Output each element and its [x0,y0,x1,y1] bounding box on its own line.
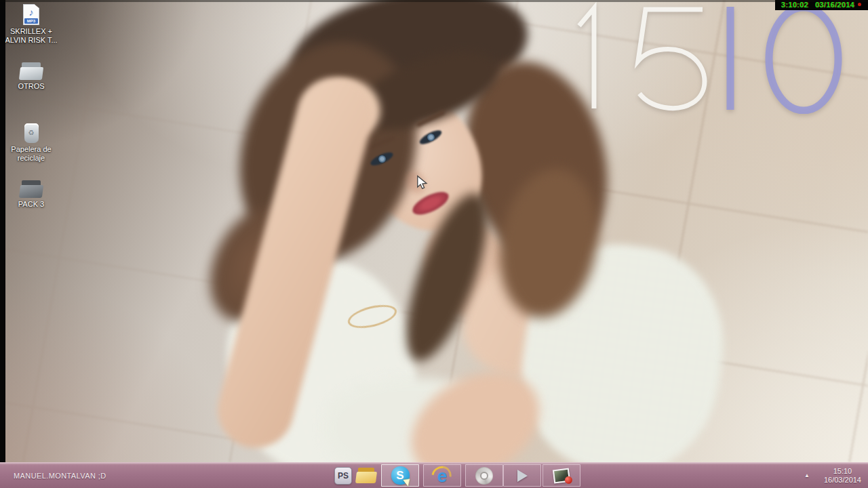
desktop-icon-otros[interactable]: OTROS [3,62,60,91]
desktop-icon-label: PACK 3 [3,200,60,209]
play-icon [517,470,528,482]
clock-digit-hour-1 [579,8,594,108]
desktop-screen: 3:10:02 03/16/2014 ♪ MP3 SKRILLEX + ALVI… [0,0,868,488]
red-ball-icon [564,476,572,484]
desktop-icon-pack3[interactable]: PACK 3 [3,180,60,209]
clock-digit-minute-0 [769,7,838,110]
recycle-bin-icon: ♻ [24,123,39,143]
desktop-icon-label: OTROS [3,82,60,91]
folder-front [19,185,43,198]
file-explorer-icon [356,468,376,483]
folder-front [355,472,377,483]
recycle-symbol-icon: ♻ [24,129,39,136]
label-line-1: Papelera de [3,145,60,154]
mouse-cursor [416,175,430,190]
recorder-indicator-dot [858,3,861,6]
chrome-hub-icon [480,472,488,480]
taskbar-button-media-player[interactable] [503,464,541,487]
taskbar-button-file-explorer[interactable] [355,464,377,487]
clock-digit-hour-5 [638,9,705,108]
taskbar-button-internet-explorer[interactable]: e [423,464,461,487]
label-line-1: OTROS [3,82,60,91]
skype-cursor-overlay-icon [403,476,412,487]
taskbar-button-photoshop[interactable]: PS [332,464,354,487]
folder-front [19,67,43,80]
chrome-icon [475,467,493,485]
ie-ring-icon [428,462,456,488]
photo-viewer-icon [553,468,570,483]
mp3-file-icon: ♪ MP3 [23,4,39,25]
desktop-icon-label: Papelera de reciclaje [3,145,60,163]
tray-clock[interactable]: 15:10 16/03/2014 [821,463,864,488]
skype-icon: S [391,466,410,485]
desktop-icon-skrillex-mp3[interactable]: ♪ MP3 SKRILLEX + ALVIN RISK T... [3,4,60,45]
internet-explorer-icon: e [432,466,452,486]
tray-show-hidden-icons-button[interactable]: ▲ [804,463,810,488]
music-note-icon: ♪ [23,7,39,18]
video-letterbox-top [0,0,868,2]
folder-icon [20,180,43,198]
desktop-icon-label: SKRILLEX + ALVIN RISK T... [3,27,60,45]
photoshop-icon: PS [334,467,352,485]
label-line-1: PACK 3 [3,200,60,209]
video-letterbox-left [0,0,5,462]
wallpaper-shape-iris-right [427,134,435,141]
taskbar-button-chrome[interactable] [465,464,503,487]
mp3-badge: MP3 [24,18,38,24]
folder-icon [20,62,43,80]
taskbar-user-label: MANUEL.MONTALVAN ;D [14,463,106,488]
label-line-1: SKRILLEX + [3,27,60,36]
taskbar-button-skype[interactable]: S [381,464,419,487]
taskbar-button-photo-viewer[interactable] [542,464,580,487]
label-line-2: ALVIN RISK T... [3,36,60,45]
label-line-2: reciclaje [3,154,60,163]
taskbar: MANUEL.MONTALVAN ;D PS S e [0,462,868,488]
tray-time: 15:10 [833,467,852,476]
desktop-clock-widget [570,0,854,114]
desktop-icon-recycle-bin[interactable]: ♻ Papelera de reciclaje [3,123,60,163]
tray-date: 16/03/2014 [824,476,861,485]
wallpaper-shape-iris-left [378,155,386,163]
